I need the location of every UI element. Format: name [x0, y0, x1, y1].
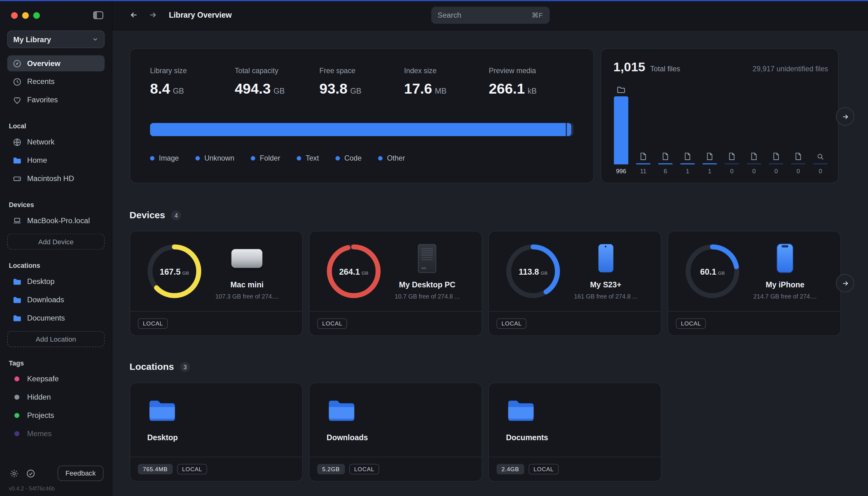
usage-bar-segment [567, 123, 571, 136]
folder-icon [12, 313, 21, 323]
legend-dot [251, 156, 255, 160]
file-import-icon [750, 152, 757, 160]
sidebar-toggle-button[interactable] [92, 10, 105, 20]
stat-total-capacity: Total capacity 494.3GB [235, 66, 319, 97]
hard-drive-icon [12, 174, 21, 183]
sidebar-item-label: Downloads [27, 296, 64, 304]
device-card-s23[interactable]: 113.8GB My S23+ 161 GB free of 274.8 ...… [488, 231, 662, 336]
stat-value: 266.1 [489, 80, 525, 97]
file-calendar-icon [684, 152, 691, 160]
device-usage-ring: 264.1GB [326, 244, 382, 299]
arrow-left-icon [129, 11, 139, 19]
titlebar: Library Overview ⌘F [112, 0, 868, 30]
sidebar-item-desktop[interactable]: Desktop [7, 274, 105, 290]
sidebar-item-label: Documents [27, 314, 65, 322]
legend-dot [378, 156, 383, 160]
tag-color-dot [14, 431, 19, 436]
sidebar-tag-keepsafe[interactable]: Keepsafe [7, 371, 105, 387]
location-name: Desktop [147, 433, 302, 442]
device-card-desktop-pc[interactable]: 264.1GB My Desktop PC 10.7 GB free of 27… [309, 231, 482, 336]
device-free-space-label: 161 GB free of 274.8 ... [574, 293, 637, 299]
device-card-mac-mini[interactable]: 167.5GB Mac mini 107.3 GB free of 274...… [129, 231, 303, 336]
file-type-legend: Image Unknown Folder Text Code Other [150, 154, 574, 162]
settings-button[interactable] [9, 467, 20, 479]
stat-label: Preview media [489, 66, 574, 75]
file-export-icon [773, 152, 779, 160]
sidebar-item-favorites[interactable]: Favorites [7, 92, 105, 108]
sidebar-item-macbook[interactable]: MacBook-Pro.local [7, 213, 105, 229]
location-card-downloads[interactable]: Downloads 5.2GB LOCAL [309, 383, 482, 482]
tag-color-dot [14, 394, 19, 400]
sidebar-item-label: Memes [27, 430, 52, 438]
status-check-button[interactable] [25, 467, 36, 479]
add-device-button[interactable]: Add Device [7, 234, 105, 250]
sidebar-item-label: Desktop [27, 277, 55, 286]
stat-value: 17.6 [404, 80, 432, 97]
chart-column: 1 [680, 152, 695, 175]
sidebar-tag-hidden[interactable]: Hidden [7, 389, 105, 405]
sidebar-item-network[interactable]: Network [7, 134, 105, 150]
location-card-desktop[interactable]: Desktop 765.4MB LOCAL [129, 383, 303, 482]
sidebar-item-home[interactable]: Home [7, 152, 105, 168]
clock-icon [12, 77, 21, 86]
file-count-label: 0 [774, 168, 778, 175]
feedback-button[interactable]: Feedback [58, 466, 104, 481]
file-archive-icon [640, 152, 646, 160]
size-badge: 2.4GB [497, 464, 524, 474]
scroll-right-button-devices[interactable] [836, 274, 854, 292]
content: Library size 8.4GB Total capacity 494.3G… [112, 30, 868, 496]
android-phone-image [598, 244, 613, 273]
chart-column: 11 [636, 152, 651, 175]
device-used-unit: GB [718, 270, 725, 276]
legend-dot [297, 156, 301, 160]
search-input[interactable] [438, 11, 527, 19]
sidebar-item-macintosh-hd[interactable]: Macintosh HD [7, 170, 105, 187]
stat-label: Total capacity [235, 66, 319, 75]
stat-value: 494.3 [235, 80, 270, 97]
stat-label: Index size [404, 66, 489, 75]
add-location-button[interactable]: Add Location [7, 331, 105, 347]
sidebar-item-documents[interactable]: Documents [7, 310, 105, 326]
chart-column: 0 [769, 152, 784, 175]
sidebar-item-label: Overview [27, 59, 60, 67]
devices-section-title: Devices [129, 210, 165, 221]
minimize-window-button[interactable] [22, 12, 29, 18]
location-card-documents[interactable]: Documents 2.4GB LOCAL [488, 383, 662, 482]
sidebar-item-recents[interactable]: Recents [7, 74, 105, 90]
sidebar-toggle-icon [93, 11, 104, 19]
zoom-window-button[interactable] [33, 12, 40, 18]
sidebar: My Library Overview Recents Favorites Lo… [0, 0, 112, 496]
search-box[interactable]: ⌘F [431, 6, 549, 24]
sidebar-tag-projects[interactable]: Projects [7, 407, 105, 423]
sidebar-item-label: Network [27, 138, 55, 146]
sidebar-item-overview[interactable]: Overview [7, 56, 105, 72]
scroll-right-button-top[interactable] [836, 107, 854, 126]
file-text-icon [662, 152, 669, 160]
sidebar-item-label: Hidden [27, 393, 51, 401]
search-shortcut-label: ⌘F [532, 11, 543, 19]
stat-label: Free space [319, 66, 404, 75]
sidebar-tag-memes[interactable]: Memes [7, 425, 105, 442]
stat-unit: MB [435, 87, 447, 95]
library-stats-card: Library size 8.4GB Total capacity 494.3G… [129, 48, 594, 183]
sidebar-item-downloads[interactable]: Downloads [7, 292, 105, 308]
library-select[interactable]: My Library [7, 30, 105, 48]
folder-icon [12, 156, 21, 165]
device-used-unit: GB [182, 270, 189, 276]
local-badge: LOCAL [349, 464, 379, 474]
arrow-right-icon [148, 11, 158, 19]
usage-bar-segment [150, 123, 566, 136]
file-count-label: 0 [797, 168, 800, 175]
forward-button[interactable] [146, 9, 160, 22]
file-media-icon [707, 152, 713, 160]
device-card-iphone[interactable]: 60.1GB My iPhone 214.7 GB free of 274...… [668, 231, 841, 336]
locations-count-badge: 3 [180, 362, 190, 372]
close-window-button[interactable] [11, 12, 18, 18]
page-title: Library Overview [169, 11, 232, 19]
file-count-label: 1 [686, 168, 689, 175]
chart-column: 0 [724, 152, 740, 175]
device-free-space-label: 214.7 GB free of 274.... [753, 293, 817, 299]
back-button[interactable] [127, 9, 141, 22]
file-types-bar-chart: 996 11 6 [614, 79, 828, 176]
storage-usage-bar [150, 123, 574, 136]
